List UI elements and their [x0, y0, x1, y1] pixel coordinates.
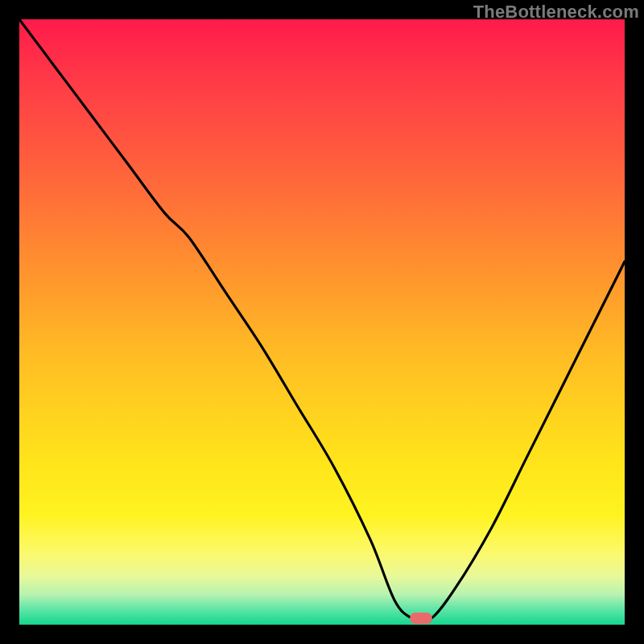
curve-path [19, 19, 625, 621]
optimal-marker [410, 613, 432, 624]
bottleneck-curve [19, 19, 625, 625]
plot-area [19, 19, 625, 625]
chart-frame: TheBottleneck.com [0, 0, 644, 644]
watermark-text: TheBottleneck.com [473, 2, 639, 23]
